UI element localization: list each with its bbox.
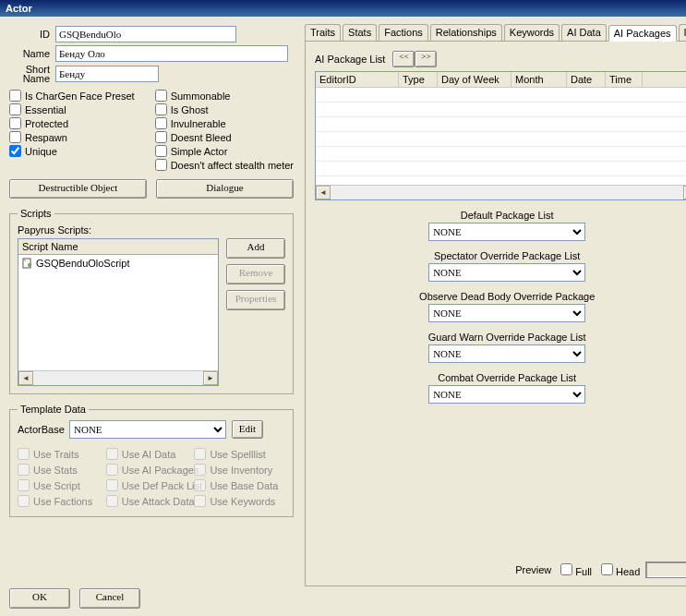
combat-pkg-select[interactable]: NONE — [428, 385, 585, 404]
id-input[interactable] — [55, 26, 236, 42]
scripts-legend: Scripts — [18, 208, 54, 219]
template-group: Template Data ActorBase NONE Edit Use Tr… — [9, 404, 294, 517]
flag-essential[interactable]: Essential — [9, 103, 155, 115]
pkg-next-button[interactable]: >> — [415, 51, 437, 67]
name-input[interactable] — [55, 45, 288, 62]
scroll-right-icon[interactable]: ► — [203, 371, 218, 385]
tab-inventory[interactable]: Inve — [679, 24, 686, 41]
col-dayofweek[interactable]: Day of Week — [438, 72, 511, 87]
use-attack: Use Attack Data — [106, 495, 195, 507]
template-legend: Template Data — [18, 404, 89, 415]
cancel-button[interactable]: Cancel — [79, 588, 140, 609]
default-pkg-label: Default Package List — [315, 210, 686, 221]
shortname-input[interactable] — [55, 66, 159, 82]
scripts-group: Scripts Papyrus Scripts: Script Name GSQ… — [9, 208, 294, 394]
flag-summonable[interactable]: Summonable — [155, 90, 294, 102]
scroll-left-icon[interactable]: ◄ — [316, 186, 331, 199]
flag-ghost[interactable]: Is Ghost — [155, 103, 294, 115]
scroll-left-icon[interactable]: ◄ — [18, 371, 33, 385]
add-button[interactable]: Add — [226, 238, 285, 259]
ai-package-list-label: AI Package List — [315, 54, 385, 65]
id-label: ID — [9, 29, 50, 40]
use-ai-packages: Use AI Packages — [106, 464, 195, 476]
flag-unique[interactable]: Unique — [9, 145, 155, 157]
remove-button[interactable]: Remove — [226, 264, 285, 284]
col-month[interactable]: Month — [511, 72, 567, 87]
preview-full[interactable]: Full — [557, 561, 592, 578]
properties-button[interactable]: Properties — [226, 290, 285, 310]
col-date[interactable]: Date — [567, 72, 606, 87]
tab-body: AI Package List << >> EditorID Type Day … — [305, 42, 686, 586]
flag-invulnerable[interactable]: Invulnerable — [155, 117, 294, 129]
dialogue-button[interactable]: Dialogue — [156, 179, 294, 199]
use-spelllist: Use Spelllist — [194, 448, 283, 460]
spectator-pkg-select[interactable]: NONE — [428, 263, 585, 282]
col-editorid[interactable]: EditorID — [316, 72, 399, 87]
ok-button[interactable]: OK — [9, 588, 70, 609]
ai-package-grid[interactable]: EditorID Type Day of Week Month Date Tim… — [315, 71, 686, 200]
default-pkg-select[interactable]: NONE — [428, 223, 585, 241]
col-type[interactable]: Type — [399, 72, 438, 87]
svg-point-1 — [28, 263, 31, 267]
window-title: Actor — [0, 0, 686, 17]
left-pane: ID Name Short Name Is CharGen Face Prese… — [0, 17, 301, 616]
destructible-button[interactable]: Destructible Object — [9, 179, 147, 199]
tab-stats[interactable]: Stats — [343, 24, 377, 41]
flag-chargen[interactable]: Is CharGen Face Preset — [9, 90, 155, 102]
observe-pkg-label: Observe Dead Body Override Package — [315, 291, 686, 302]
tab-traits[interactable]: Traits — [305, 24, 341, 41]
use-def-pack: Use Def Pack List — [106, 479, 195, 491]
flag-simple[interactable]: Simple Actor — [155, 145, 294, 157]
right-pane: Traits Stats Factions Relationships Keyw… — [301, 17, 686, 616]
guard-pkg-label: Guard Warn Override Package List — [315, 332, 686, 343]
use-base-data: Use Base Data — [194, 479, 283, 491]
script-item[interactable]: GSQBenduOloScript — [22, 257, 214, 270]
script-scrollbar[interactable]: ◄ ► — [18, 370, 218, 385]
pkg-prev-button[interactable]: << — [392, 51, 415, 67]
use-script: Use Script — [18, 479, 106, 491]
flag-stealth[interactable]: Doesn't affect stealth meter — [155, 159, 294, 171]
flag-protected[interactable]: Protected — [9, 117, 155, 129]
preview-label: Preview — [515, 564, 551, 575]
flag-nobleed[interactable]: Doesnt Bleed — [155, 131, 294, 143]
actorbase-select[interactable]: NONE — [69, 420, 226, 439]
flag-respawn[interactable]: Respawn — [9, 131, 155, 143]
script-list[interactable]: Script Name GSQBenduOloScript ◄ ► — [18, 238, 219, 386]
use-stats: Use Stats — [18, 464, 106, 476]
use-keywords: Use Keywords — [194, 495, 283, 507]
use-inventory: Use Inventory — [194, 464, 283, 476]
use-ai-data: Use AI Data — [106, 448, 195, 460]
use-traits: Use Traits — [18, 448, 106, 460]
script-col-header[interactable]: Script Name — [18, 239, 218, 255]
combat-pkg-label: Combat Override Package List — [315, 372, 686, 383]
tab-ai-data[interactable]: AI Data — [561, 24, 607, 41]
use-factions: Use Factions — [18, 495, 106, 507]
tab-relationships[interactable]: Relationships — [430, 24, 502, 41]
spectator-pkg-label: Spectator Override Package List — [315, 250, 686, 261]
tab-ai-packages[interactable]: AI Packages — [608, 25, 677, 42]
edit-button[interactable]: Edit — [232, 420, 263, 439]
observe-pkg-select[interactable]: NONE — [428, 304, 585, 322]
actorbase-label: ActorBase — [18, 424, 69, 435]
tab-factions[interactable]: Factions — [379, 24, 428, 41]
scripts-caption: Papyrus Scripts: — [18, 224, 285, 236]
col-time[interactable]: Time — [606, 72, 643, 87]
guard-pkg-select[interactable]: NONE — [428, 344, 585, 363]
script-item-name: GSQBenduOloScript — [36, 258, 130, 269]
shortname-label: Short Name — [9, 65, 50, 83]
preview-box — [645, 562, 686, 578]
script-file-icon — [22, 258, 33, 269]
preview-head[interactable]: Head — [597, 561, 640, 578]
tabstrip: Traits Stats Factions Relationships Keyw… — [305, 24, 686, 42]
tab-keywords[interactable]: Keywords — [504, 24, 560, 41]
name-label: Name — [9, 48, 50, 59]
grid-scrollbar[interactable]: ◄ ► — [316, 185, 686, 199]
